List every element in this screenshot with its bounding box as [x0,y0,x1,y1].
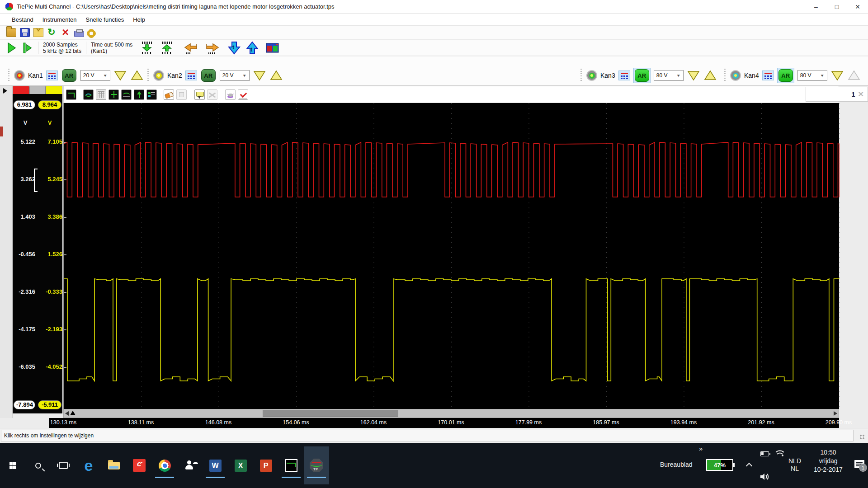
menu-item[interactable]: Snelle functies [81,14,129,25]
trigger-level-bracket[interactable] [34,169,38,192]
autorange-button[interactable]: AR [635,69,649,82]
slower-timebase-icon[interactable]: t [227,41,241,55]
coupling-icon[interactable] [46,70,58,80]
taskbar-app[interactable] [177,446,203,484]
range-select[interactable]: 80 V▼ [797,70,827,81]
waveform-plot[interactable] [63,103,839,409]
snapshot-icon[interactable] [176,89,187,100]
coupling-icon[interactable] [618,70,630,80]
range-down-button[interactable] [253,70,266,81]
email-icon[interactable] [33,28,43,37]
range-select[interactable]: 20 V▼ [220,70,250,81]
wifi-icon[interactable] [775,449,785,457]
io-window-icon[interactable] [265,42,280,54]
speaker-icon[interactable] [760,473,770,481]
refresh-icon[interactable] [47,28,57,37]
trigger-time-marker[interactable] [70,411,75,415]
pan-right-icon[interactable] [204,41,220,55]
channel-led-icon[interactable] [730,70,741,81]
scroll-right-icon[interactable] [834,411,837,416]
language-indicator[interactable]: NLD NL [788,457,801,473]
y-min-ch1[interactable]: -7.894 [14,400,35,409]
range-select[interactable]: 80 V▼ [654,70,684,81]
taskbar-app[interactable] [25,446,51,484]
channel-led-icon[interactable] [586,70,597,81]
range-select[interactable]: 20 V▼ [80,70,110,81]
y-min-ch2[interactable]: -5.911 [38,400,61,409]
action-center-icon[interactable]: 1 [854,460,864,468]
desktop-toolbar-label[interactable]: Bureaublad [660,461,693,468]
y-tick-ch1: 5.122 [13,138,35,145]
horizontal-scrollbar[interactable] [63,409,839,418]
resize-grip-icon[interactable] [860,435,865,440]
faster-timebase-icon[interactable]: t [245,41,259,55]
taskbar-app[interactable] [228,446,253,484]
range-up-button[interactable] [703,70,717,81]
graph-tab-number: 1 [851,90,855,98]
menu-item[interactable]: Help [128,14,150,25]
pan-left-icon[interactable] [183,41,199,55]
autorange-button[interactable]: AR [62,69,76,82]
apply-wave-icon[interactable] [238,89,248,100]
channel-led-icon[interactable] [153,70,164,81]
separator [86,42,86,54]
taskbar-app[interactable] [0,446,25,484]
tray-expand-icon[interactable] [746,463,752,469]
time-axis: 130.13 ms138.11 ms146.08 ms154.06 ms162.… [49,418,839,428]
taskbar-app[interactable] [203,446,228,484]
autorange-button[interactable]: AR [201,69,216,82]
menu-item[interactable]: Instrumenten [38,14,81,25]
reset-offset-icon[interactable] [134,89,144,100]
taskbar-app[interactable] [278,446,304,484]
channel-led-icon[interactable] [14,70,25,81]
graph-tab-close-icon[interactable]: ✕ [858,90,864,99]
eraser-icon[interactable] [164,89,174,100]
open-file-icon[interactable] [6,28,16,37]
remove-graph-icon[interactable] [207,89,217,100]
autorange-button[interactable]: AR [778,69,793,82]
fit-vertical-icon[interactable] [108,89,119,100]
range-up-button[interactable] [130,70,144,81]
range-down-button[interactable] [687,70,700,81]
graph-tab[interactable]: 1 ✕ [806,87,868,102]
taskbar-app[interactable] [51,446,76,484]
print-icon[interactable] [74,31,84,37]
menu-item[interactable]: Bestand [7,14,38,25]
coupling-icon[interactable] [185,70,197,80]
coupling-icon[interactable] [762,70,774,80]
combine-graphs-icon[interactable] [225,89,236,100]
collapse-handle-icon[interactable] [3,88,7,94]
one-shot-icon[interactable] [22,42,33,54]
range-up-button[interactable] [269,70,283,81]
label-tool-icon[interactable] [194,89,205,100]
taskbar-app[interactable] [152,446,177,484]
clock[interactable]: 10:50 vrijdag 10-2-2017 [810,448,846,474]
scrollbar-thumb[interactable] [263,410,398,417]
range-up-button[interactable] [847,70,861,81]
taskbar-app[interactable] [101,446,127,484]
taskbar-app[interactable] [76,446,101,484]
taskbar-app[interactable] [253,446,278,484]
start-measurement-icon[interactable] [6,42,17,54]
scroll-left-icon[interactable] [65,411,69,416]
range-down-button[interactable] [113,70,127,81]
tray-overflow-chevron[interactable]: » [699,445,703,452]
taskbar-app[interactable] [304,446,329,484]
more-samples-icon[interactable] [160,41,176,55]
fewer-samples-icon[interactable] [141,41,156,55]
close-button[interactable]: ✕ [847,0,868,14]
taskbar-app[interactable] [127,446,152,484]
legend-icon[interactable] [146,89,157,100]
status-message: Klik rechts om instellingen te wijzigen [1,430,854,441]
display-mode-icon[interactable] [66,89,76,100]
battery-icon[interactable] [760,451,769,456]
delete-icon[interactable] [61,28,71,37]
maximize-button[interactable]: □ [826,0,847,14]
table-display-icon[interactable] [96,89,106,100]
save-icon[interactable] [20,28,30,37]
settings-icon[interactable] [88,30,95,37]
range-down-button[interactable] [830,70,844,81]
minimize-button[interactable]: – [806,0,826,14]
analog-display-icon[interactable] [83,89,94,100]
fit-horizontal-icon[interactable] [121,89,132,100]
